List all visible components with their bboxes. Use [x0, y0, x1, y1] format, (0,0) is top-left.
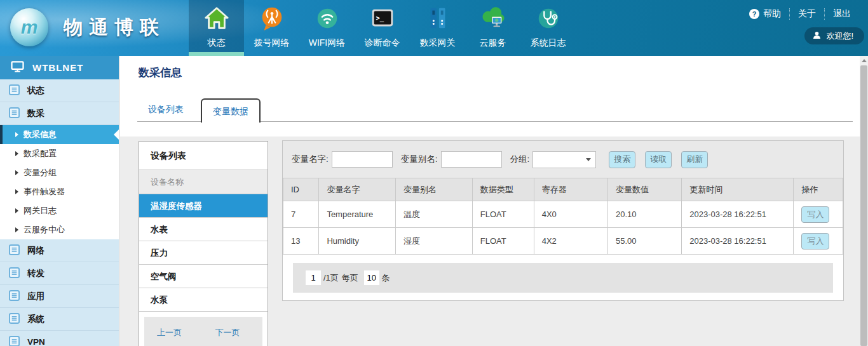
list-icon — [9, 84, 20, 97]
write-button[interactable]: 写入 — [801, 233, 829, 250]
nav-label: WIFI网络 — [309, 37, 346, 49]
user-icon — [813, 31, 821, 41]
prev-page-link[interactable]: 上一页 — [157, 328, 182, 337]
cell-alias: 温度 — [396, 201, 473, 228]
sidebar-item-event-trigger[interactable]: 事件触发器 — [0, 182, 119, 201]
per-page-input[interactable] — [364, 270, 379, 285]
svg-text:>_: >_ — [376, 14, 384, 22]
group-select[interactable] — [532, 151, 596, 168]
device-item-water-pump[interactable]: 水泵 — [139, 288, 268, 312]
submenu-arrow-icon — [15, 189, 18, 194]
device-item-temp-humidity-sensor[interactable]: 温湿度传感器 — [139, 194, 268, 218]
sidebar-item-cloud-center[interactable]: 云服务中心 — [0, 220, 119, 239]
device-item-water-meter[interactable]: 水表 — [139, 218, 268, 241]
list-icon — [9, 313, 20, 326]
cell-alias: 湿度 — [396, 228, 473, 255]
submenu-arrow-icon — [15, 170, 18, 175]
sidebar-group-label: 状态 — [27, 85, 44, 96]
device-item-pressure[interactable]: 压力 — [139, 241, 268, 265]
monitor-icon — [11, 61, 24, 74]
sidebar-item-variable-group[interactable]: 变量分组 — [0, 163, 119, 182]
help-link[interactable]: ? 帮助 — [741, 8, 789, 20]
page-number-input[interactable] — [306, 270, 321, 285]
col-header-value: 变量数值 — [607, 178, 681, 201]
device-list-panel: 设备列表 设备名称 温湿度传感器 水表 压力 空气阀 水泵 上一页 下一页 — [139, 141, 268, 346]
sidebar-item-application[interactable]: 应用 — [0, 285, 119, 308]
device-item-air-valve[interactable]: 空气阀 — [139, 265, 268, 288]
wifi-icon — [314, 5, 341, 34]
cell-value: 55.00 — [607, 228, 681, 255]
nav-item-cloud-service[interactable]: 云服务 — [465, 0, 520, 56]
search-button[interactable]: 搜索 — [609, 151, 635, 168]
cell-id: 7 — [283, 201, 319, 228]
submenu-arrow-icon — [15, 151, 18, 156]
sidebar-group-label: VPN — [27, 337, 45, 346]
sidebar-item-system[interactable]: 系统 — [0, 308, 119, 331]
sidebar-brand: WTBLNET — [0, 56, 119, 79]
table-row: 13 Humidity 湿度 FLOAT 4X2 55.00 2023-03-2… — [283, 228, 843, 255]
page-title: 数采信息 — [139, 65, 868, 80]
variables-table: ID 变量名字 变量别名 数据类型 寄存器 变量数值 更新时间 操作 7 — [283, 178, 843, 255]
next-page-link[interactable]: 下一页 — [215, 328, 240, 337]
var-name-input[interactable] — [332, 151, 393, 168]
table-header-row: ID 变量名字 变量别名 数据类型 寄存器 变量数值 更新时间 操作 — [283, 178, 843, 201]
sidebar-brand-label: WTBLNET — [32, 62, 83, 73]
sidebar-item-gateway-log[interactable]: 网关日志 — [0, 201, 119, 220]
help-icon: ? — [749, 9, 759, 19]
var-alias-input[interactable] — [441, 151, 502, 168]
sidebar-sub-label: 变量分组 — [24, 167, 57, 178]
sidebar-item-daq-config[interactable]: 数采配置 — [0, 144, 119, 163]
home-icon — [203, 5, 230, 34]
logout-label: 退出 — [833, 8, 851, 20]
sidebar-item-vpn[interactable]: VPN — [0, 331, 119, 346]
submenu-arrow-icon — [15, 227, 18, 232]
variable-data-panel: 变量名字: 变量别名: 分组: 搜索 读取 刷新 — [282, 140, 844, 301]
nav-label: 状态 — [208, 37, 226, 49]
list-icon — [9, 267, 20, 280]
cell-name: Humidity — [319, 228, 396, 255]
col-header-name: 变量名字 — [319, 178, 396, 201]
group-label: 分组: — [510, 154, 530, 165]
col-header-updated: 更新时间 — [682, 178, 794, 201]
nav-item-status[interactable]: 状态 — [189, 0, 244, 56]
scrollbar-up-arrow-icon[interactable] — [860, 56, 868, 65]
sidebar-item-status[interactable]: 状态 — [0, 79, 119, 102]
sidebar-sub-label: 数采信息 — [24, 129, 57, 140]
sidebar-sub-label: 网关日志 — [24, 205, 57, 216]
gateway-icon — [424, 5, 451, 34]
sidebar-item-daq[interactable]: 数采 — [0, 102, 119, 125]
nav-item-wifi-network[interactable]: WIFI网络 — [299, 0, 355, 56]
cell-register: 4X0 — [534, 201, 607, 228]
page-scrollbar[interactable] — [860, 56, 868, 346]
scrollbar-thumb[interactable] — [860, 65, 867, 346]
cell-register: 4X2 — [534, 228, 607, 255]
top-nav: 状态 拨号网络 — [189, 0, 576, 56]
var-name-label: 变量名字: — [292, 154, 329, 165]
brand-sphere-icon: m — [10, 8, 48, 46]
nav-item-daq-gateway[interactable]: 数采网关 — [410, 0, 465, 56]
about-link[interactable]: 关于 — [789, 8, 824, 20]
welcome-button[interactable]: 欢迎您! — [804, 27, 864, 44]
logout-link[interactable]: 退出 — [824, 8, 859, 20]
page: m 物通博联 状态 拨号 — [0, 0, 868, 346]
sidebar-sub-label: 事件触发器 — [24, 186, 65, 197]
tab-device-list[interactable]: 设备列表 — [137, 98, 194, 121]
write-button[interactable]: 写入 — [801, 206, 829, 223]
sidebar-item-daq-info[interactable]: 数采信息 — [0, 125, 119, 144]
cell-updated: 2023-03-28 16:22:51 — [682, 201, 794, 228]
sidebar-item-forward[interactable]: 转发 — [0, 262, 119, 285]
top-header: m 物通博联 状态 拨号 — [0, 0, 868, 56]
help-label: 帮助 — [763, 8, 781, 20]
sidebar-item-network[interactable]: 网络 — [0, 239, 119, 262]
sidebar-sub-label: 数采配置 — [24, 148, 57, 159]
nav-item-dial-network[interactable]: 拨号网络 — [244, 0, 299, 56]
refresh-button[interactable]: 刷新 — [681, 151, 708, 168]
list-icon — [9, 290, 20, 303]
cell-datatype: FLOAT — [472, 201, 534, 228]
list-icon — [9, 336, 20, 346]
tab-variable-data[interactable]: 变量数据 — [201, 98, 261, 123]
nav-item-system-logs[interactable]: 系统日志 — [520, 0, 576, 56]
nav-item-diagnostic-command[interactable]: >_ 诊断命令 — [355, 0, 410, 56]
read-button[interactable]: 读取 — [645, 151, 672, 168]
welcome-label: 欢迎您! — [826, 30, 853, 42]
